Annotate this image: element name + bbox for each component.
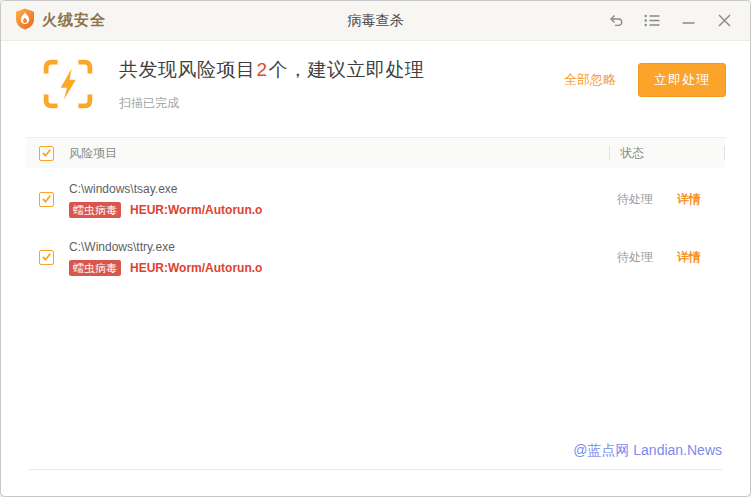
select-all-checkbox[interactable] bbox=[39, 146, 54, 161]
column-divider bbox=[724, 146, 725, 160]
ignore-all-button[interactable]: 全部忽略 bbox=[564, 71, 616, 89]
summary-actions: 全部忽略 立即处理 bbox=[564, 55, 726, 97]
huorong-shield-logo-icon bbox=[15, 8, 35, 34]
table-row: C:\windows\tsay.exe 蠕虫病毒 HEUR:Worm/Autor… bbox=[26, 172, 725, 226]
virus-info: 蠕虫病毒 HEUR:Worm/Autorun.o bbox=[69, 202, 609, 218]
risk-column-header: 风险项目 bbox=[69, 145, 609, 162]
summary-title-suffix: 个，建议立即处理 bbox=[269, 59, 425, 80]
summary-text: 共发现风险项目2个，建议立即处理 扫描已完成 bbox=[119, 55, 425, 112]
app-brand: 火绒安全 bbox=[15, 8, 106, 34]
virus-name: HEUR:Worm/Autorun.o bbox=[130, 203, 262, 217]
handle-now-button[interactable]: 立即处理 bbox=[638, 63, 726, 97]
virus-name: HEUR:Worm/Autorun.o bbox=[130, 261, 262, 275]
risk-table: 风险项目 状态 C:\windows\tsay.exe 蠕虫病毒 HEUR:Wo… bbox=[26, 137, 725, 284]
file-path: C:\Windows\ttry.exe bbox=[69, 240, 609, 254]
app-name: 火绒安全 bbox=[42, 11, 106, 30]
row-check-cell bbox=[26, 250, 69, 265]
footer-divider bbox=[29, 469, 722, 470]
table-header-row: 风险项目 状态 bbox=[26, 137, 725, 168]
virus-type-badge: 蠕虫病毒 bbox=[69, 260, 121, 276]
row-checkbox[interactable] bbox=[39, 250, 54, 265]
scan-summary: 共发现风险项目2个，建议立即处理 扫描已完成 全部忽略 立即处理 bbox=[1, 41, 750, 123]
scan-status-text: 扫描已完成 bbox=[119, 95, 425, 112]
watermark: @蓝点网 Landian.News bbox=[573, 442, 722, 460]
minimize-icon[interactable] bbox=[676, 9, 700, 33]
risk-item-cell: C:\windows\tsay.exe 蠕虫病毒 HEUR:Worm/Autor… bbox=[69, 180, 609, 218]
status-cell: 待处理 详情 bbox=[609, 230, 725, 284]
list-menu-icon[interactable] bbox=[640, 9, 664, 33]
scan-lightning-icon bbox=[43, 59, 93, 109]
app-window: 火绒安全 病毒查杀 bbox=[0, 0, 751, 497]
table-row: C:\Windows\ttry.exe 蠕虫病毒 HEUR:Worm/Autor… bbox=[26, 230, 725, 284]
virus-type-badge: 蠕虫病毒 bbox=[69, 202, 121, 218]
virus-info: 蠕虫病毒 HEUR:Worm/Autorun.o bbox=[69, 260, 609, 276]
summary-title: 共发现风险项目2个，建议立即处理 bbox=[119, 57, 425, 83]
close-icon[interactable] bbox=[712, 9, 736, 33]
details-link[interactable]: 详情 bbox=[677, 249, 701, 266]
undo-arrow-icon[interactable] bbox=[604, 9, 628, 33]
row-check-cell bbox=[26, 192, 69, 207]
status-text: 待处理 bbox=[609, 191, 653, 208]
risk-item-cell: C:\Windows\ttry.exe 蠕虫病毒 HEUR:Worm/Autor… bbox=[69, 238, 609, 276]
status-column-header: 状态 bbox=[609, 138, 725, 168]
details-link[interactable]: 详情 bbox=[677, 191, 701, 208]
risk-count: 2 bbox=[256, 59, 269, 80]
column-divider bbox=[609, 146, 610, 160]
status-cell: 待处理 详情 bbox=[609, 172, 725, 226]
summary-title-prefix: 共发现风险项目 bbox=[119, 59, 256, 80]
titlebar-actions bbox=[604, 9, 736, 33]
header-check-cell bbox=[26, 146, 69, 161]
titlebar: 火绒安全 病毒查杀 bbox=[1, 1, 750, 41]
file-path: C:\windows\tsay.exe bbox=[69, 182, 609, 196]
status-text: 待处理 bbox=[609, 249, 653, 266]
row-checkbox[interactable] bbox=[39, 192, 54, 207]
